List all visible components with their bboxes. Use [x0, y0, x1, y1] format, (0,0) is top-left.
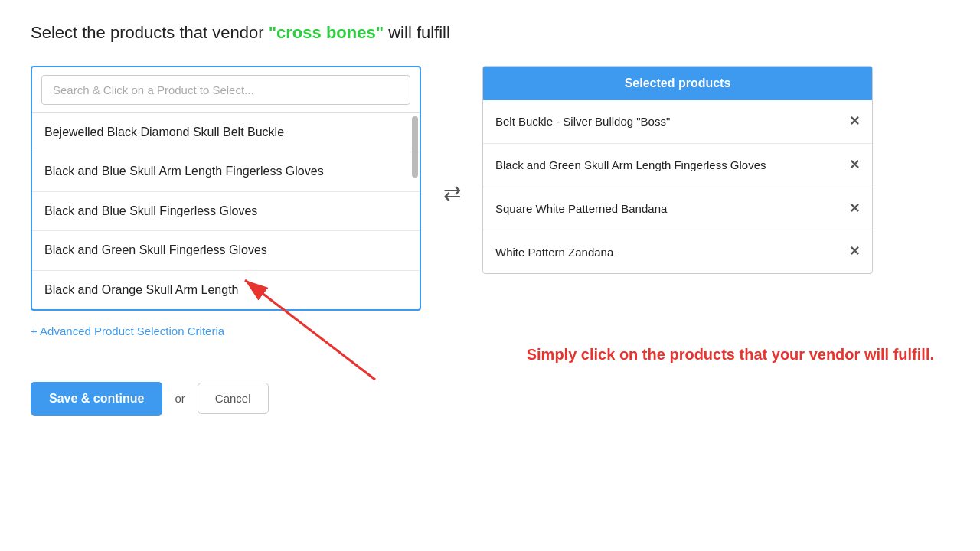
remove-item-button[interactable]: ✕: [849, 112, 860, 131]
search-box: [32, 67, 420, 113]
cancel-button[interactable]: Cancel: [198, 383, 269, 414]
remove-item-button[interactable]: ✕: [849, 243, 860, 261]
selected-item-label: White Pattern Zandana: [495, 244, 841, 260]
product-list-item[interactable]: Black and Orange Skull Arm Length: [32, 271, 420, 309]
product-list-item[interactable]: Black and Green Skull Fingerless Gloves: [32, 231, 420, 270]
product-list-item[interactable]: Black and Blue Skull Fingerless Gloves: [32, 192, 420, 231]
left-panel: Bejewelled Black Diamond Skull Belt Buck…: [31, 66, 421, 311]
selected-item-label: Square White Patterned Bandana: [495, 201, 841, 217]
product-list: Bejewelled Black Diamond Skull Belt Buck…: [32, 113, 420, 309]
panels-wrapper: Bejewelled Black Diamond Skull Belt Buck…: [31, 66, 949, 311]
save-continue-button[interactable]: Save & continue: [31, 382, 162, 416]
panels-row: Bejewelled Black Diamond Skull Belt Buck…: [31, 66, 949, 311]
selected-list-item: Square White Patterned Bandana✕: [483, 187, 872, 231]
product-list-item[interactable]: Bejewelled Black Diamond Skull Belt Buck…: [32, 113, 420, 152]
remove-item-button[interactable]: ✕: [849, 200, 860, 218]
selected-list-item: Belt Buckle - Silver Bulldog "Boss"✕: [483, 100, 872, 144]
or-label: or: [175, 392, 185, 405]
transfer-icon: ⇄: [443, 181, 461, 206]
title-prefix: Select the products that vendor: [31, 23, 269, 42]
scroll-indicator: [412, 116, 418, 178]
left-panel-inner: Bejewelled Black Diamond Skull Belt Buck…: [32, 113, 420, 309]
right-panel-header: Selected products: [483, 67, 872, 100]
product-list-item[interactable]: Black and Blue Skull Arm Length Fingerle…: [32, 152, 420, 191]
hint-text: Simply click on the products that your v…: [31, 346, 949, 364]
selected-item-label: Black and Green Skull Arm Length Fingerl…: [495, 157, 841, 173]
remove-item-button[interactable]: ✕: [849, 156, 860, 174]
selected-list-item: White Pattern Zandana✕: [483, 230, 872, 273]
right-panel: Selected products Belt Buckle - Silver B…: [482, 66, 873, 274]
selected-item-label: Belt Buckle - Silver Bulldog "Boss": [495, 113, 841, 129]
page-title: Select the products that vendor "cross b…: [31, 23, 949, 43]
vendor-name: "cross bones": [269, 23, 384, 42]
selected-list-item: Black and Green Skull Arm Length Fingerl…: [483, 144, 872, 187]
advanced-product-selection-link[interactable]: + Advanced Product Selection Criteria: [31, 324, 224, 337]
search-input[interactable]: [41, 75, 410, 105]
transfer-icon-wrapper: ⇄: [421, 66, 482, 206]
selected-list: Belt Buckle - Silver Bulldog "Boss"✕Blac…: [483, 100, 872, 273]
footer-row: Save & continue or Cancel: [31, 382, 949, 416]
title-suffix: will fulfill: [384, 23, 450, 42]
